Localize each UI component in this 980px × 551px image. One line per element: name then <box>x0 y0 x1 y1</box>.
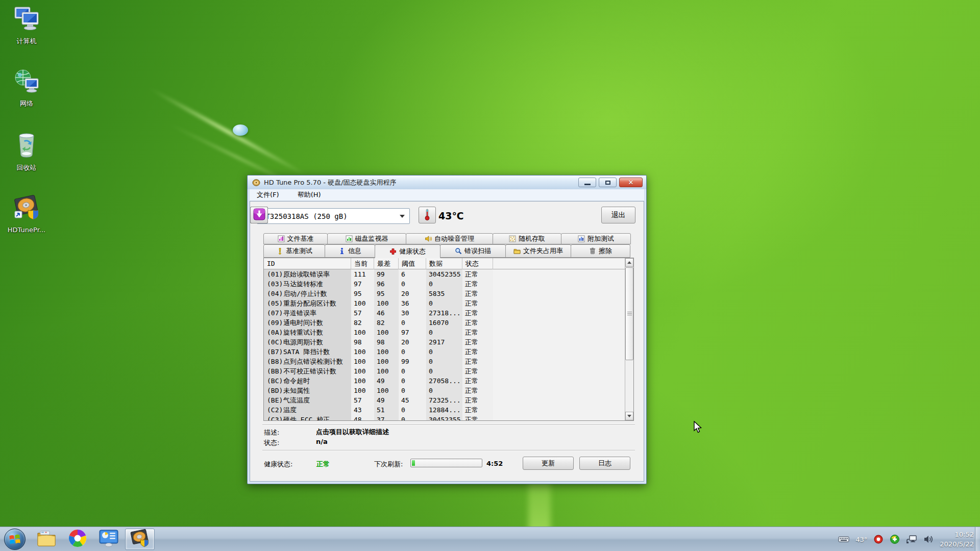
scroll-down-button[interactable] <box>625 412 633 420</box>
scrollbar-thumb[interactable] <box>625 267 633 360</box>
security-ring-icon[interactable] <box>873 534 884 544</box>
drive-select-dropdown[interactable]: ST3250318AS (250 gB) <box>257 208 410 224</box>
update-icon <box>253 208 265 222</box>
desktop-icon-label: 回收站 <box>17 164 37 171</box>
error-scan-icon <box>455 247 462 255</box>
smart-row[interactable]: (01) 原始读取错误率 111 99 6 30452355 正常 <box>264 269 625 279</box>
tab[interactable]: 基准测试 <box>263 244 325 258</box>
triangle-up-icon <box>627 261 631 264</box>
smart-row[interactable]: (BB) 不可校正错误计数 100 100 0 0 正常 <box>264 366 625 376</box>
keyboard-icon[interactable] <box>838 536 849 543</box>
taskbar-app-button[interactable] <box>94 529 124 550</box>
tab-strip-row1: 文件基准 磁盘监视器 自动噪音管理 随机存取 <box>263 233 633 244</box>
mouse-cursor <box>693 421 702 436</box>
network-icon[interactable] <box>906 535 917 544</box>
update-button[interactable]: 更新 <box>523 457 574 470</box>
exit-button[interactable]: 退出 <box>601 207 635 223</box>
desktop-icon[interactable]: 计算机 <box>3 6 50 46</box>
start-button[interactable] <box>4 529 26 550</box>
close-button[interactable]: ✕ <box>619 178 643 187</box>
header-data[interactable]: 数据 <box>426 258 462 269</box>
desktop-icon-label: 网络 <box>20 99 33 107</box>
header-threshold[interactable]: 阈值 <box>399 258 426 269</box>
status-value: n/a <box>316 438 328 445</box>
header-status[interactable]: 状态 <box>462 258 493 269</box>
status-label: 状态: <box>264 438 279 447</box>
clock-date: 2020/5/22 <box>940 539 974 549</box>
title-bar[interactable]: HD Tune Pro 5.70 - 硬盘/固态硬盘实用程序 ✕ <box>248 176 646 189</box>
hdtune-app-icon <box>3 194 50 222</box>
tab[interactable]: 错误扫描 <box>440 244 506 258</box>
health-status-label: 健康状态: <box>264 460 292 469</box>
vertical-scrollbar[interactable] <box>625 258 633 420</box>
windows-flag-icon <box>8 533 21 546</box>
header-filler <box>493 258 625 269</box>
scroll-up-button[interactable] <box>625 258 633 267</box>
smart-row[interactable]: (B8) 点到点错误检测计数 100 100 99 0 正常 <box>264 357 625 366</box>
chevron-down-icon <box>400 215 405 218</box>
taskbar: 43° 10:52 2020/5/22 <box>0 527 980 551</box>
close-icon: ✕ <box>628 179 634 186</box>
smart-row[interactable]: (0A) 旋转重试计数 100 100 97 0 正常 <box>264 328 625 337</box>
smart-row[interactable]: (C3) 硬件 ECC 校正 48 37 0 30452355 正常 <box>264 415 625 420</box>
taskbar-app-button[interactable] <box>125 529 155 550</box>
water-droplet <box>233 124 248 136</box>
info-icon <box>338 247 346 255</box>
menu-item[interactable]: 文件(F) <box>257 190 279 199</box>
tab[interactable]: 文件基准 <box>263 233 328 244</box>
antivirus-icon[interactable] <box>890 534 900 544</box>
smart-row[interactable]: (BE) 气流温度 57 49 45 72325... 正常 <box>264 395 625 405</box>
smart-row[interactable]: (09) 通电时间计数 82 82 0 16070 正常 <box>264 318 625 328</box>
tab-strip-row2: 基准测试 信息 健康状态 错误扫描 <box>263 244 633 258</box>
tab[interactable]: 随机存取 <box>493 233 561 244</box>
smart-row[interactable]: (05) 重新分配扇区计数 100 100 36 0 正常 <box>264 298 625 308</box>
tab[interactable]: 磁盘监视器 <box>327 233 406 244</box>
refresh-progress-fill <box>412 460 415 466</box>
smart-row[interactable]: (BD) 未知属性 100 100 0 0 正常 <box>264 386 625 395</box>
health-icon <box>389 248 397 255</box>
minimize-button[interactable] <box>578 178 596 187</box>
smart-row[interactable]: (03) 马达旋转标准 97 96 0 0 正常 <box>264 279 625 289</box>
hdtune-task-icon <box>130 529 150 550</box>
smart-table-body: (01) 原始读取错误率 111 99 6 30452355 正常 (03) <box>264 269 625 420</box>
smart-row[interactable]: (0C) 电源周期计数 98 98 20 2917 正常 <box>264 337 625 347</box>
system-tool-icon <box>99 529 119 549</box>
tab[interactable]: 信息 <box>325 244 375 258</box>
toolbar-button[interactable] <box>250 207 268 223</box>
log-button[interactable]: 日志 <box>579 457 630 470</box>
maximize-icon <box>605 181 610 185</box>
folder-usage-icon <box>513 247 521 255</box>
tab[interactable]: 自动噪音管理 <box>406 233 493 244</box>
health-status-value: 正常 <box>316 460 330 469</box>
smart-row[interactable]: (B7) SATA 降挡计数 100 100 0 0 正常 <box>264 347 625 357</box>
tab[interactable]: 擦除 <box>571 244 630 258</box>
smart-row[interactable]: (BC) 命令超时 100 49 0 27058... 正常 <box>264 376 625 386</box>
tray-temperature[interactable]: 43° <box>855 536 867 543</box>
volume-icon[interactable] <box>923 535 934 544</box>
tab[interactable]: 健康状态 <box>375 244 440 258</box>
header-current[interactable]: 当前 <box>351 258 374 269</box>
desktop-icon[interactable]: 回收站 <box>3 132 50 172</box>
temperature-readout: 43℃ <box>438 210 463 221</box>
next-refresh-label: 下次刷新: <box>374 460 403 469</box>
separator <box>262 424 635 425</box>
thermometer-icon <box>424 208 431 222</box>
taskbar-app-button[interactable] <box>32 529 61 550</box>
desktop-icon[interactable]: 网络 <box>3 68 50 108</box>
maximize-button[interactable] <box>599 178 617 187</box>
desktop-icon[interactable]: HDTunePr... <box>3 194 50 234</box>
triangle-down-icon <box>627 415 631 417</box>
taskbar-app-button[interactable] <box>63 529 92 550</box>
recycle-bin-icon <box>3 132 50 160</box>
header-id[interactable]: ID <box>264 258 351 269</box>
show-desktop-button[interactable] <box>975 527 980 551</box>
temperature-button[interactable] <box>419 207 436 223</box>
menu-item[interactable]: 帮助(H) <box>298 190 321 199</box>
smart-row[interactable]: (C2) 温度 43 51 0 12884... 正常 <box>264 405 625 415</box>
header-worst[interactable]: 最差 <box>374 258 399 269</box>
tab[interactable]: 附加测试 <box>561 233 631 244</box>
tab[interactable]: 文件夹占用率 <box>505 244 571 258</box>
smart-row[interactable]: (04) 启动/停止计数 95 95 20 5835 正常 <box>264 289 625 298</box>
smart-row[interactable]: (07) 寻道错误率 57 46 30 27318... 正常 <box>264 308 625 318</box>
taskbar-clock[interactable]: 10:52 2020/5/22 <box>940 530 974 549</box>
